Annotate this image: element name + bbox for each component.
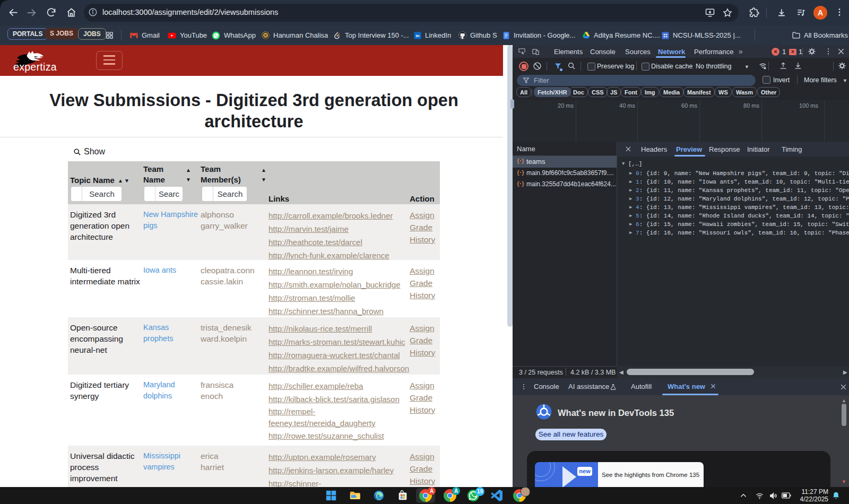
- svg-text:in: in: [415, 33, 419, 38]
